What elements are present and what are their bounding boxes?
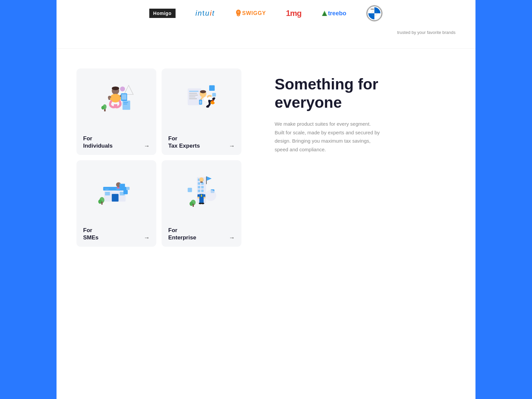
svg-rect-48 <box>123 190 128 194</box>
svg-rect-22 <box>122 94 127 100</box>
card-smes-arrow: → <box>144 234 150 241</box>
card-individuals-label: ForIndividuals <box>83 135 113 150</box>
brand-homigo: Homigo <box>149 7 176 20</box>
svg-point-1 <box>237 11 240 13</box>
svg-rect-29 <box>189 97 195 97</box>
svg-rect-26 <box>189 91 199 92</box>
card-individuals[interactable]: ForIndividuals → <box>76 68 156 155</box>
svg-rect-28 <box>189 95 198 95</box>
svg-marker-64 <box>207 177 212 181</box>
card-tax-experts-label: ForTax Experts <box>168 135 200 150</box>
brand-1mg: 1mg <box>286 7 301 20</box>
svg-rect-68 <box>200 182 202 183</box>
card-smes-label: ForSMEs <box>83 227 98 241</box>
svg-point-74 <box>201 202 204 204</box>
treebo-logo-icon <box>321 10 328 17</box>
bmw-logo-icon: BMW <box>366 5 383 22</box>
right-content: Something for everyone We make product s… <box>255 68 456 160</box>
trusted-text: trusted by your favorite brands <box>76 27 456 42</box>
illustration-smes <box>76 160 156 221</box>
section-heading: Something for everyone <box>275 75 449 112</box>
svg-rect-13 <box>123 102 128 103</box>
svg-point-77 <box>198 197 200 199</box>
svg-rect-59 <box>201 186 203 188</box>
card-smes[interactable]: ForSMEs → <box>76 160 156 247</box>
svg-rect-61 <box>201 190 203 192</box>
illustration-tax-experts <box>162 68 241 130</box>
svg-point-11 <box>120 86 125 91</box>
svg-point-78 <box>203 197 205 199</box>
svg-rect-71 <box>200 199 201 203</box>
svg-rect-27 <box>189 93 197 93</box>
section-description: We make product suites for every segment… <box>275 120 381 154</box>
tax-experts-illustration <box>178 79 225 119</box>
svg-rect-36 <box>212 100 213 102</box>
svg-rect-30 <box>189 98 197 99</box>
main-container: Homigo intuit SWIGGY 1mg <box>57 0 475 399</box>
svg-rect-12 <box>122 101 130 110</box>
svg-rect-57 <box>201 182 203 185</box>
card-enterprise[interactable]: ForEnterprise → <box>162 160 241 247</box>
svg-rect-58 <box>198 186 200 188</box>
brand-intuit: intuit <box>196 7 215 20</box>
svg-rect-38 <box>200 101 201 104</box>
card-individuals-arrow: → <box>144 143 150 150</box>
enterprise-illustration <box>178 171 225 211</box>
svg-rect-23 <box>209 85 215 91</box>
card-tax-experts-arrow: → <box>229 143 235 150</box>
card-tax-experts-footer: ForTax Experts → <box>162 130 241 155</box>
content-section: ForIndividuals → <box>57 49 475 273</box>
brand-treebo: treebo <box>321 7 346 20</box>
brand-bmw: BMW <box>366 7 383 20</box>
card-smes-footer: ForSMEs → <box>76 221 156 247</box>
cards-grid: ForIndividuals → <box>76 68 241 247</box>
card-enterprise-footer: ForEnterprise → <box>162 221 241 247</box>
svg-rect-65 <box>188 188 192 192</box>
card-individuals-footer: ForIndividuals → <box>76 130 156 155</box>
svg-point-67 <box>200 177 204 182</box>
svg-rect-63 <box>206 177 207 184</box>
svg-rect-60 <box>198 190 200 192</box>
svg-point-19 <box>112 86 119 90</box>
svg-point-82 <box>205 190 216 201</box>
svg-rect-52 <box>101 201 103 204</box>
svg-rect-49 <box>126 187 129 190</box>
brand-swiggy: SWIGGY <box>235 7 266 20</box>
card-tax-experts[interactable]: ForTax Experts → <box>162 68 241 155</box>
illustration-individuals <box>76 68 156 130</box>
brands-row: Homigo intuit SWIGGY 1mg <box>76 0 456 27</box>
svg-text:BMW: BMW <box>371 8 374 10</box>
individuals-illustration <box>93 79 140 119</box>
svg-rect-24 <box>212 93 216 96</box>
svg-rect-14 <box>123 104 127 104</box>
smes-illustration <box>93 171 140 211</box>
svg-rect-42 <box>105 192 110 196</box>
svg-point-33 <box>200 90 206 93</box>
brands-section: Homigo intuit SWIGGY 1mg <box>57 0 475 49</box>
svg-rect-46 <box>119 184 125 189</box>
card-enterprise-label: ForEnterprise <box>168 227 196 241</box>
illustration-enterprise <box>162 160 241 221</box>
svg-marker-10 <box>124 85 133 94</box>
swiggy-logo-icon <box>235 9 242 18</box>
svg-point-17 <box>101 106 104 109</box>
card-enterprise-arrow: → <box>229 234 235 241</box>
svg-rect-81 <box>193 204 194 207</box>
svg-rect-56 <box>198 182 200 185</box>
svg-rect-41 <box>112 194 118 201</box>
svg-rect-72 <box>202 199 203 203</box>
svg-point-35 <box>206 106 209 108</box>
